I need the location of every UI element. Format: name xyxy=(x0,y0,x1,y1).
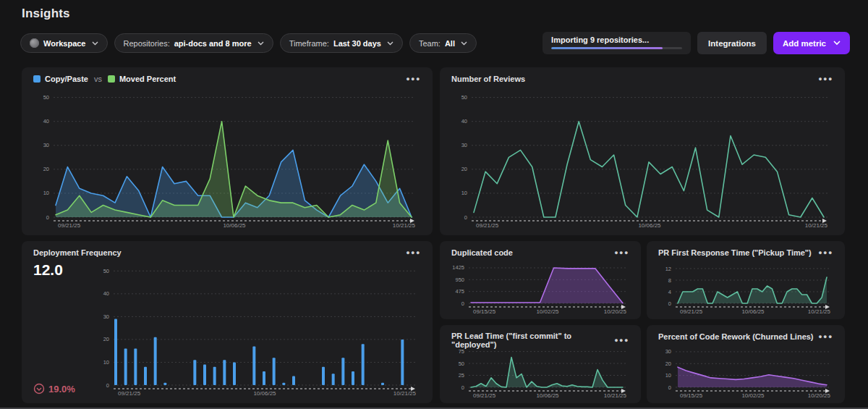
team-filter-prefix: Team: xyxy=(419,39,441,48)
svg-text:10/21/25: 10/21/25 xyxy=(805,222,828,229)
chart-percent-code-rework: 010203009/15/2510/02/2510/20/25 xyxy=(652,343,839,400)
svg-text:4: 4 xyxy=(668,289,671,295)
panel-duplicated-code: Duplicated code ●●● 0475950142509/15/251… xyxy=(440,241,641,319)
chart-pr-lead-time: 025507509/21/2510/06/2510/21/25 xyxy=(446,343,635,400)
repositories-filter[interactable]: Repositories: api-docs and 8 more xyxy=(114,33,273,53)
panel-title: PR First Response Time ("Pickup Time") xyxy=(658,248,812,257)
team-filter-value: All xyxy=(445,39,455,48)
legend-swatch-copy-paste xyxy=(33,75,41,83)
svg-text:50: 50 xyxy=(43,94,49,101)
svg-text:0: 0 xyxy=(464,214,467,221)
svg-text:950: 950 xyxy=(455,277,464,283)
chevron-down-icon xyxy=(833,41,841,46)
svg-text:1425: 1425 xyxy=(452,264,464,271)
legend-label-copy-paste: Copy/Paste xyxy=(45,75,88,83)
chevron-down-icon xyxy=(461,41,467,46)
panel-menu-button[interactable]: ●●● xyxy=(614,248,629,258)
svg-text:09/21/25: 09/21/25 xyxy=(680,308,703,315)
svg-text:09/21/25: 09/21/25 xyxy=(118,390,141,397)
legend-label-moved-percent: Moved Percent xyxy=(119,75,176,83)
svg-text:10/21/25: 10/21/25 xyxy=(808,308,831,315)
svg-text:09/15/25: 09/15/25 xyxy=(473,308,496,315)
timeframe-filter-prefix: Timeframe: xyxy=(289,39,329,48)
svg-text:0: 0 xyxy=(668,384,671,391)
svg-text:10/02/25: 10/02/25 xyxy=(741,392,765,399)
svg-text:30: 30 xyxy=(103,313,109,320)
svg-text:10/06/25: 10/06/25 xyxy=(741,308,765,315)
filter-row: Workspace Repositories: api-docs and 8 m… xyxy=(20,33,477,53)
repositories-filter-prefix: Repositories: xyxy=(124,39,170,48)
add-metric-button[interactable]: Add metric xyxy=(773,32,850,54)
workspace-avatar-icon xyxy=(30,38,39,48)
workspace-filter-label: Workspace xyxy=(43,39,86,48)
svg-text:09/21/25: 09/21/25 xyxy=(473,392,496,399)
svg-text:10: 10 xyxy=(43,190,49,196)
chevron-down-icon xyxy=(258,41,264,46)
svg-text:30: 30 xyxy=(43,142,49,148)
svg-text:10/21/25: 10/21/25 xyxy=(393,390,417,397)
svg-text:0: 0 xyxy=(46,214,49,221)
deployment-delta-value: 19.0% xyxy=(48,384,75,395)
panel-title: Number of Reviews xyxy=(451,75,525,83)
panel-menu-button[interactable]: ●●● xyxy=(818,248,833,258)
svg-text:09/15/25: 09/15/25 xyxy=(680,392,703,399)
panel-menu-button[interactable]: ●●● xyxy=(406,248,421,258)
svg-text:10: 10 xyxy=(103,359,109,366)
import-progress-fill xyxy=(551,47,663,49)
svg-text:20: 20 xyxy=(461,166,467,172)
panel-title: Percent of Code Rework (Churned Lines) xyxy=(658,332,814,341)
svg-text:10: 10 xyxy=(461,190,467,196)
svg-text:10/06/25: 10/06/25 xyxy=(638,222,661,229)
chart-pr-first-response-time: 0481209/21/2510/06/2510/21/25 xyxy=(652,259,839,316)
circle-chevron-down-icon xyxy=(33,383,45,395)
timeframe-filter-value: Last 30 days xyxy=(333,39,381,48)
svg-text:10: 10 xyxy=(665,372,671,379)
svg-text:0: 0 xyxy=(106,382,109,389)
chart-deployment-frequency: 0102030405009/21/2510/06/2510/21/25 xyxy=(90,261,425,397)
svg-text:10/21/25: 10/21/25 xyxy=(393,222,416,229)
svg-text:40: 40 xyxy=(461,118,467,125)
panel-pr-lead-time: PR Lead Time ("first commit" to "deploye… xyxy=(440,325,641,403)
chevron-down-icon xyxy=(92,41,98,46)
panel-menu-button[interactable]: ●●● xyxy=(818,332,833,342)
svg-text:30: 30 xyxy=(461,142,467,148)
svg-text:40: 40 xyxy=(43,118,49,125)
workspace-filter[interactable]: Workspace xyxy=(20,33,108,53)
svg-text:40: 40 xyxy=(103,290,109,297)
svg-text:09/21/25: 09/21/25 xyxy=(58,222,81,229)
integrations-button[interactable]: Integrations xyxy=(697,32,767,54)
import-progress-box: Importing 9 repositories... xyxy=(542,32,691,54)
svg-text:10/06/25: 10/06/25 xyxy=(223,222,246,229)
svg-text:20: 20 xyxy=(103,336,109,342)
import-progress-label: Importing 9 repositories... xyxy=(551,35,682,44)
panel-title: Duplicated code xyxy=(451,248,513,257)
panel-menu-button[interactable]: ●●● xyxy=(818,74,833,84)
svg-text:0: 0 xyxy=(461,300,464,307)
legend-vs-label: vs xyxy=(94,75,102,83)
chart-number-of-reviews: 0102030405009/21/2510/06/2510/21/25 xyxy=(448,88,836,229)
svg-text:0: 0 xyxy=(461,384,464,391)
svg-text:50: 50 xyxy=(103,268,109,274)
legend-swatch-moved-percent xyxy=(108,75,115,83)
svg-text:10/21/25: 10/21/25 xyxy=(604,392,627,399)
repositories-filter-value: api-docs and 8 more xyxy=(174,39,252,48)
svg-text:475: 475 xyxy=(455,288,464,295)
import-progress-track xyxy=(551,47,682,49)
svg-text:10/06/25: 10/06/25 xyxy=(536,392,559,399)
panel-menu-button[interactable]: ●●● xyxy=(406,74,421,84)
chart-duplicated-code: 0475950142509/15/2510/02/2510/20/25 xyxy=(446,259,635,316)
svg-text:12: 12 xyxy=(665,266,671,272)
page-title: Insights xyxy=(22,7,70,21)
toolbar: Importing 9 repositories... Integrations… xyxy=(542,32,850,54)
panel-percent-code-rework: Percent of Code Rework (Churned Lines) ●… xyxy=(647,325,845,403)
svg-text:10/20/25: 10/20/25 xyxy=(808,392,831,399)
panel-number-of-reviews: Number of Reviews ●●● 0102030405009/21/2… xyxy=(440,67,845,235)
chart-legend: Copy/Paste vs Moved Percent xyxy=(33,75,176,83)
svg-text:8: 8 xyxy=(668,277,671,284)
chevron-down-icon xyxy=(387,41,393,46)
panel-title: Deployment Frequency xyxy=(33,248,122,257)
integrations-button-label: Integrations xyxy=(708,39,756,48)
team-filter[interactable]: Team: All xyxy=(409,33,477,53)
svg-text:20: 20 xyxy=(43,166,49,172)
timeframe-filter[interactable]: Timeframe: Last 30 days xyxy=(280,33,403,53)
